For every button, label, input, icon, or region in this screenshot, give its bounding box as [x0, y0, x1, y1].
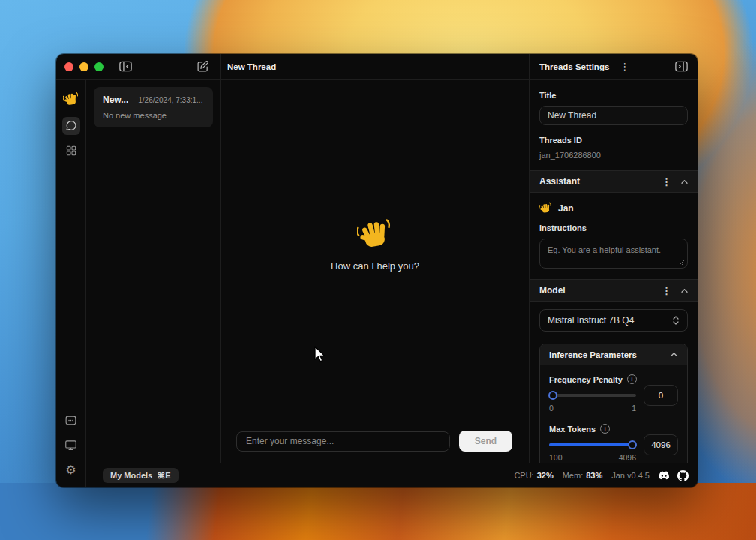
slider-min: 0	[549, 404, 554, 412]
threads-settings-menu-button[interactable]: ⋮	[620, 62, 629, 71]
assistant-section-title: Assistant	[539, 176, 580, 187]
traffic-close-button[interactable]	[64, 62, 74, 71]
chevron-up-icon	[680, 179, 688, 184]
info-icon[interactable]: i	[600, 424, 610, 434]
jan-logo-wave-icon[interactable]	[62, 90, 80, 108]
system-stats: CPU: 32% Mem: 83% Jan v0.4.5	[514, 470, 688, 482]
gear-icon: ⚙	[65, 463, 76, 477]
max-tokens-label: Max Tokens	[549, 424, 596, 434]
assistant-identity: Jan	[539, 202, 688, 214]
monitor-icon	[64, 439, 77, 452]
status-bar: My Models ⌘E CPU: 32% Mem: 83% Jan v0.4.…	[86, 463, 698, 488]
message-dots-icon	[64, 414, 77, 427]
chat-main-area: How can I help you? Send	[221, 80, 529, 463]
rail-item-quick-ask[interactable]	[62, 411, 80, 429]
titlebar: New Thread Threads Settings ⋮	[56, 54, 698, 80]
collapse-right-panel-button[interactable]	[674, 59, 688, 74]
frequency-penalty-label: Frequency Penalty	[549, 375, 622, 384]
jan-app-window: New Thread Threads Settings ⋮	[56, 54, 698, 488]
left-rail: ⚙	[56, 80, 86, 488]
apps-grid-icon	[65, 145, 77, 157]
model-select[interactable]: Mistral Instruct 7B Q4	[539, 309, 688, 332]
my-models-shortcut: ⌘E	[157, 471, 170, 481]
new-thread-button[interactable]	[196, 60, 209, 73]
model-section-header[interactable]: Model ⋮	[530, 279, 698, 302]
traffic-zoom-button[interactable]	[94, 62, 104, 71]
chat-bubble-icon	[65, 120, 77, 132]
window-body: ⚙ New... 1/26/2024, 7:33:1... No new mes…	[56, 80, 698, 488]
assistant-name: Jan	[558, 203, 574, 214]
threads-list: New... 1/26/2024, 7:33:1... No new messa…	[86, 80, 221, 463]
param-max-tokens: Max Tokens i	[549, 424, 678, 462]
model-menu-button[interactable]: ⋮	[662, 286, 671, 296]
thread-item-timestamp: 1/26/2024, 7:33:1...	[138, 96, 202, 104]
github-icon	[677, 470, 688, 482]
thread-item-header: New... 1/26/2024, 7:33:1...	[103, 94, 204, 105]
mem-value: 83%	[586, 471, 602, 480]
cpu-label: CPU:	[514, 471, 533, 480]
frequency-penalty-slider[interactable]	[549, 391, 636, 400]
title-field-label: Title	[539, 91, 688, 100]
rail-item-settings[interactable]: ⚙	[62, 460, 80, 478]
titlebar-left-section	[56, 54, 221, 79]
panel-left-icon	[118, 59, 133, 74]
max-tokens-slider[interactable]	[549, 440, 636, 449]
info-icon[interactable]: i	[627, 374, 637, 384]
assistant-collapse-button[interactable]	[680, 179, 688, 184]
mem-label: Mem:	[562, 471, 584, 480]
assistant-menu-button[interactable]: ⋮	[662, 177, 671, 187]
titlebar-settings-section: Threads Settings ⋮	[529, 54, 698, 79]
slider-max: 1	[632, 404, 636, 412]
frequency-penalty-value[interactable]: 0	[644, 385, 678, 406]
slider-thumb[interactable]	[548, 391, 557, 400]
collapse-left-panel-button[interactable]	[118, 59, 133, 74]
discord-icon	[657, 471, 670, 481]
threads-id-label: Threads ID	[539, 136, 688, 145]
model-section-title: Model	[539, 285, 566, 296]
inference-parameters-title: Inference Parameters	[549, 350, 637, 359]
panel-right-icon	[674, 59, 688, 74]
traffic-minimize-button[interactable]	[80, 62, 88, 71]
max-tokens-value[interactable]: 4096	[644, 434, 678, 455]
compose-pencil-icon	[196, 60, 209, 73]
compose-bar: Send	[236, 430, 512, 452]
github-link[interactable]	[677, 470, 688, 482]
greeting-text: How can I help you?	[221, 260, 529, 272]
threads-settings-title: Threads Settings	[539, 62, 609, 71]
slider-thumb[interactable]	[628, 440, 637, 449]
chevron-up-icon	[670, 352, 678, 357]
instructions-textarea[interactable]	[539, 238, 688, 268]
thread-title: New Thread	[227, 62, 276, 71]
chevron-up-icon	[680, 288, 688, 293]
message-input[interactable]	[236, 431, 450, 452]
content-row: New... 1/26/2024, 7:33:1... No new messa…	[86, 80, 698, 463]
wallpaper-bottom-orange	[0, 483, 756, 540]
model-collapse-button[interactable]	[680, 288, 688, 293]
rail-item-hub[interactable]	[62, 142, 80, 160]
assistant-section-header[interactable]: Assistant ⋮	[530, 170, 698, 193]
app-version: Jan v0.4.5	[611, 471, 650, 480]
send-button[interactable]: Send	[459, 430, 512, 452]
resize-grip-icon[interactable]	[679, 260, 685, 266]
my-models-button[interactable]: My Models ⌘E	[103, 468, 178, 483]
instructions-wrap	[539, 238, 688, 268]
slider-min: 100	[549, 453, 562, 462]
slider-max: 4096	[619, 453, 636, 462]
discord-link[interactable]	[657, 471, 670, 481]
thread-title-input[interactable]	[539, 106, 688, 125]
threads-settings-panel: Title Threads ID jan_1706286800 Assistan…	[529, 80, 698, 463]
instructions-label: Instructions	[539, 224, 688, 232]
my-models-label: My Models	[110, 471, 152, 480]
select-updown-icon	[672, 315, 680, 326]
rail-item-threads[interactable]	[62, 117, 80, 135]
assistant-wave-icon	[539, 202, 552, 214]
inference-parameters-header[interactable]: Inference Parameters	[540, 344, 687, 365]
model-selected-value: Mistral Instruct 7B Q4	[548, 315, 634, 326]
thread-item-title: New...	[103, 94, 128, 105]
thread-list-item[interactable]: New... 1/26/2024, 7:33:1... No new messa…	[94, 87, 213, 128]
titlebar-main-section: New Thread	[221, 54, 529, 79]
thread-item-preview: No new message	[103, 111, 204, 120]
rail-item-system-monitor[interactable]	[62, 436, 80, 454]
window-rest: New... 1/26/2024, 7:33:1... No new messa…	[86, 80, 698, 488]
inference-parameters-body: Frequency Penalty i	[540, 365, 687, 463]
